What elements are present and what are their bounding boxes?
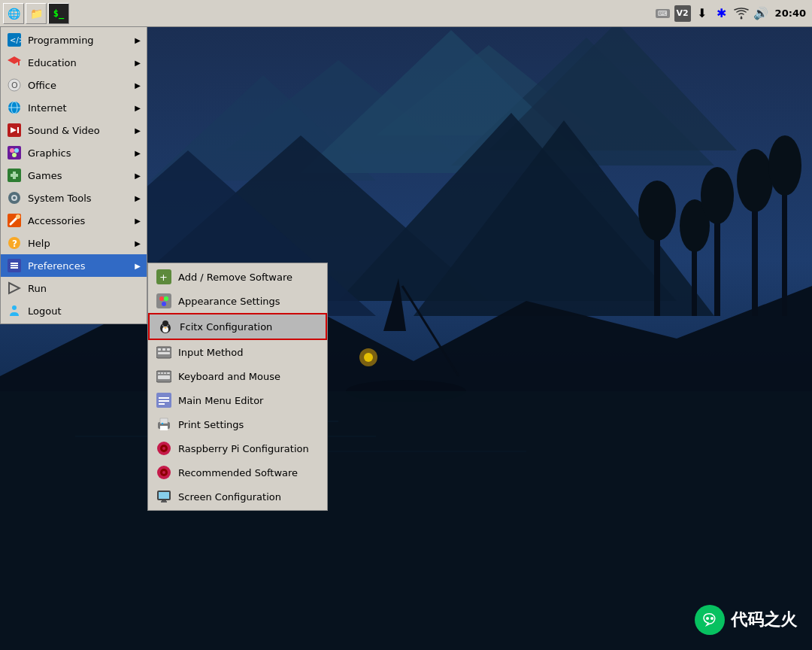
svg-rect-87 [164,372,166,374]
svg-point-64 [12,305,17,310]
submenu-recommended-software[interactable]: Recommended Software [148,460,327,484]
submenu-input-method[interactable]: Input Method [148,340,327,364]
raspberry-pi-config-icon [156,440,172,457]
svg-rect-50 [11,174,18,177]
menu-item-education[interactable]: Education ▶ [1,51,147,74]
menu-item-system-tools[interactable]: System Tools ▶ [1,187,147,209]
svg-point-108 [706,617,709,620]
fcitx-configuration-label: Fcitx Configuration [180,321,272,333]
preferences-arrow: ▶ [135,262,141,270]
menu-item-office[interactable]: O Office ▶ [1,74,147,96]
wifi-tray-icon[interactable] [733,5,750,22]
svg-point-26 [701,167,734,224]
svg-marker-13 [383,278,406,331]
programming-label: Programming [28,35,135,46]
bluetooth-tray-icon[interactable]: ✱ [714,5,730,22]
submenu-keyboard-and-mouse[interactable]: Keyboard and Mouse [148,364,327,388]
svg-point-68 [159,296,164,301]
graphics-arrow: ▶ [135,149,141,157]
taskbar: 🌐 📁 $_ ⌨ V2 ⬇ ✱ 🔊 20:40 [0,0,812,27]
menu-item-sound-video[interactable]: Sound & Video ▶ [1,119,147,141]
accessories-icon [7,213,22,228]
menu-item-preferences[interactable]: Preferences ▶ [1,254,147,277]
taskbar-left: 🌐 📁 $_ [0,3,69,24]
preferences-icon [7,258,22,273]
menu-item-help[interactable]: ? Help ▶ [1,232,147,254]
desktop: 🌐 📁 $_ ⌨ V2 ⬇ ✱ 🔊 20:40 </ [0,0,812,650]
menu-item-graphics[interactable]: Graphics ▶ [1,141,147,164]
menu-item-games[interactable]: Games ▶ [1,164,147,187]
main-menu: </> Programming ▶ Education ▶ O Office ▶… [0,27,147,324]
office-arrow: ▶ [135,81,141,90]
svg-rect-83 [158,352,170,354]
folder-button[interactable]: 📁 [26,3,47,24]
svg-point-47 [12,153,17,157]
download-tray-icon[interactable]: ⬇ [694,5,710,22]
svg-rect-89 [158,375,170,379]
submenu-fcitx-configuration[interactable]: Fcitx Configuration [148,313,327,340]
svg-rect-43 [17,127,19,133]
submenu-print-settings[interactable]: Print Settings [148,412,327,436]
svg-point-15 [359,348,377,366]
svg-point-31 [740,17,742,19]
svg-rect-21 [654,226,660,316]
svg-rect-88 [167,372,170,374]
svg-point-30 [768,135,801,196]
run-icon [7,281,22,296]
globe-button[interactable]: 🌐 [3,3,24,24]
svg-rect-29 [782,181,787,316]
submenu-raspberry-pi-config[interactable]: Raspberry Pi Configuration [148,436,327,460]
submenu-appearance-settings[interactable]: Appearance Settings [148,289,327,313]
svg-marker-3 [451,38,714,166]
logout-icon [7,303,22,318]
main-menu-editor-icon [156,392,172,409]
screen-configuration-icon [156,488,172,505]
svg-line-14 [402,286,459,376]
menu-item-logout[interactable]: Logout [1,299,147,322]
screen-configuration-label: Screen Configuration [178,491,281,503]
run-label: Run [28,283,141,294]
svg-rect-23 [692,241,697,316]
svg-rect-97 [162,423,163,424]
svg-point-45 [10,148,14,153]
help-icon: ? [7,235,22,251]
internet-icon [7,100,22,115]
appearance-settings-label: Appearance Settings [178,296,280,307]
submenu-add-remove-software[interactable]: + Add / Remove Software [148,265,327,289]
system-tools-arrow: ▶ [135,194,141,202]
v2-tray-icon[interactable]: V2 [674,5,691,22]
watermark-text: 代码之火 [731,609,797,631]
menu-item-run[interactable]: Run [1,277,147,299]
svg-point-53 [13,196,16,199]
internet-label: Internet [28,102,135,114]
education-icon [7,55,22,70]
keyboard-and-mouse-icon [156,368,172,384]
menu-item-internet[interactable]: Internet ▶ [1,96,147,119]
svg-rect-27 [752,196,758,316]
svg-marker-4 [150,75,376,181]
watermark: 代码之火 [695,605,797,635]
menu-item-accessories[interactable]: Accessories ▶ [1,209,147,232]
internet-arrow: ▶ [135,104,141,112]
menu-item-programming[interactable]: </> Programming ▶ [1,29,147,51]
svg-point-100 [162,447,165,450]
print-settings-label: Print Settings [178,419,244,430]
svg-point-12 [346,380,466,402]
svg-text:</>: </> [10,36,21,44]
sound-video-label: Sound & Video [28,125,135,136]
svg-point-70 [162,302,166,306]
svg-point-24 [680,199,710,252]
terminal-button[interactable]: $_ [48,3,69,24]
keyboard-tray-icon[interactable]: ⌨ [655,5,671,22]
submenu-screen-configuration[interactable]: Screen Configuration [148,484,327,509]
volume-tray-icon[interactable]: 🔊 [753,5,769,22]
svg-marker-1 [226,60,451,150]
education-arrow: ▶ [135,59,141,67]
svg-rect-81 [162,348,165,351]
submenu-main-menu-editor[interactable]: Main Menu Editor [148,388,327,412]
sound-video-arrow: ▶ [135,126,141,135]
add-remove-software-label: Add / Remove Software [178,272,292,283]
help-label: Help [28,238,135,249]
svg-rect-85 [158,372,160,374]
programming-icon: </> [7,32,22,47]
